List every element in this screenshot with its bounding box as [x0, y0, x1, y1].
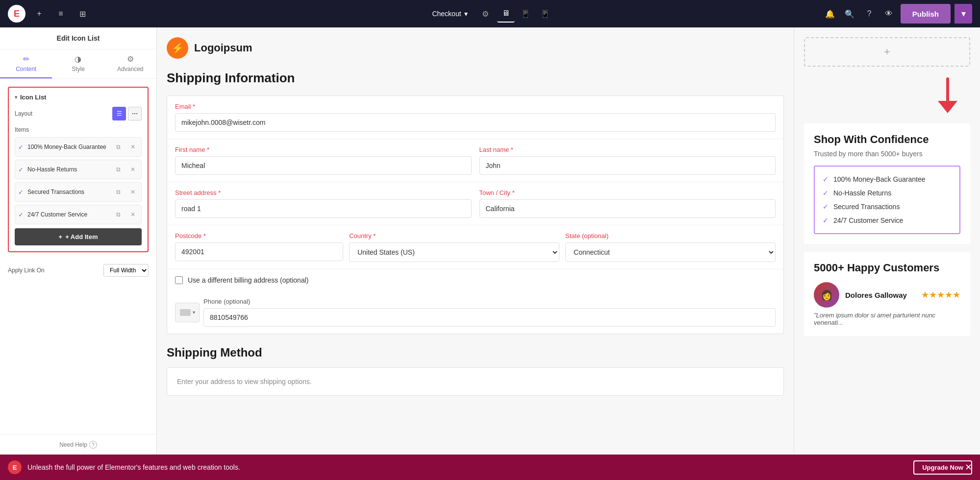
items-label: Items	[15, 126, 142, 133]
customer-name: Dolores Galloway	[845, 291, 907, 299]
tab-advanced[interactable]: ⚙ Advanced	[104, 49, 156, 78]
check-icon: ✓	[18, 211, 24, 218]
apply-link-select[interactable]: Full Width Icon Only Text Only	[103, 264, 149, 277]
phone-flag-dropdown[interactable]: ▾	[175, 303, 200, 322]
last-name-field: Last name *	[479, 146, 776, 175]
chevron-down-icon: ▾	[464, 10, 468, 18]
location-row: Postcode * Country * United States (US) …	[175, 232, 776, 262]
name-group: First name * Last name *	[167, 139, 783, 182]
customer-stars: ★★★★★	[921, 289, 960, 300]
topbar: E + ≡ ⊞ Checkout ▾ ⚙ 🖥 📱 📱 🔔 🔍 ? 👁 Publi…	[0, 0, 980, 27]
name-row: First name * Last name *	[175, 146, 776, 175]
notifications-btn[interactable]: 🔔	[822, 6, 838, 22]
add-element-btn[interactable]: +	[31, 6, 47, 22]
icon-list-items: ✓ 100% Money-Back Guarantee ⧉ ✕ ✓ No-Has…	[15, 137, 142, 224]
layout-list-btn[interactable]: ☰	[112, 107, 126, 120]
town-field: Town / City *	[479, 189, 776, 218]
confidence-item-2: ✓ No-Hassle Returns	[823, 186, 952, 200]
layout-inline-btn[interactable]: ⋯	[128, 107, 142, 120]
phone-input[interactable]	[203, 308, 776, 327]
shipping-form: Email * First name * Last name *	[167, 96, 784, 334]
first-name-input[interactable]	[175, 156, 472, 175]
confidence-subtitle: Trusted by more than 5000+ buyers	[814, 150, 960, 158]
street-input[interactable]	[175, 199, 472, 218]
street-field: Street address *	[175, 189, 472, 218]
copy-item-3-btn[interactable]: ⧉	[113, 187, 124, 197]
check-icon: ✓	[823, 175, 829, 183]
preview-btn[interactable]: 👁	[881, 6, 897, 22]
mobile-btn[interactable]: 📱	[536, 5, 554, 23]
help-icon[interactable]: ?	[89, 441, 97, 449]
check-icon: ✓	[823, 189, 829, 197]
publish-button[interactable]: Publish	[901, 4, 951, 24]
flag-chevron-icon: ▾	[193, 310, 195, 315]
publish-arrow-btn[interactable]: ▾	[955, 4, 972, 24]
banner-close-btn[interactable]: ✕	[965, 462, 972, 473]
icon-list-section: ▾ Icon List Layout ☰ ⋯ Items ✓ 100% Mone…	[8, 87, 149, 252]
layout-label: Layout	[15, 110, 32, 117]
phone-field: Phone (optional)	[203, 298, 776, 327]
checkout-dropdown[interactable]: Checkout ▾	[426, 7, 473, 21]
main-layout: Edit Icon List ✏ Content ◑ Style ⚙ Advan…	[0, 27, 980, 455]
style-tab-icon: ◑	[75, 54, 81, 64]
add-section-btn[interactable]: +	[804, 37, 970, 67]
desktop-btn[interactable]: 🖥	[497, 5, 515, 23]
first-name-field: First name *	[175, 146, 472, 175]
postcode-input[interactable]	[175, 242, 343, 261]
layout-row: Layout ☰ ⋯	[15, 107, 142, 120]
shipping-method-heading: Shipping Method	[167, 346, 784, 360]
check-icon: ✓	[18, 144, 24, 151]
state-select[interactable]: Connecticut	[565, 242, 776, 262]
confidence-item-3: ✓ Secured Transactions	[823, 200, 952, 214]
right-panel: + Shop With Confidence Trusted by more t…	[794, 27, 980, 455]
list-item: ✓ 100% Money-Back Guarantee ⧉ ✕	[15, 137, 142, 157]
help-btn[interactable]: ?	[861, 6, 877, 22]
chevron-icon: ▾	[15, 95, 17, 100]
tab-content[interactable]: ✏ Content	[0, 49, 52, 78]
customer-avatar: 👩	[814, 282, 839, 308]
delete-item-2-btn[interactable]: ✕	[127, 164, 138, 175]
elementor-logo[interactable]: E	[8, 5, 25, 23]
delete-item-4-btn[interactable]: ✕	[127, 209, 138, 220]
state-field: State (optional) Connecticut	[565, 232, 776, 262]
left-panel: Edit Icon List ✏ Content ◑ Style ⚙ Advan…	[0, 27, 157, 455]
check-icon: ✓	[823, 203, 829, 211]
banner-text: Unleash the full power of Elementor's fe…	[27, 463, 907, 471]
layers-btn[interactable]: ⊞	[75, 6, 90, 22]
town-label: Town / City *	[479, 189, 776, 196]
copy-item-4-btn[interactable]: ⧉	[113, 209, 124, 220]
device-toggle: 🖥 📱 📱	[497, 5, 554, 23]
copy-item-1-btn[interactable]: ⧉	[113, 142, 124, 152]
email-input[interactable]	[175, 113, 776, 132]
panel-title: Edit Icon List	[0, 27, 156, 49]
last-name-input[interactable]	[479, 156, 776, 175]
need-help: Need Help ?	[0, 434, 156, 455]
billing-checkbox[interactable]	[175, 276, 183, 284]
add-item-button[interactable]: + + Add Item	[15, 228, 142, 245]
settings-btn[interactable]: ≡	[53, 6, 69, 22]
copy-item-2-btn[interactable]: ⧉	[113, 164, 124, 175]
town-input[interactable]	[479, 199, 776, 218]
plus-icon: +	[59, 233, 63, 240]
first-name-label: First name *	[175, 146, 472, 153]
confidence-item-4: ✓ 24/7 Customer Service	[823, 214, 952, 227]
delete-item-3-btn[interactable]: ✕	[127, 187, 138, 197]
page-settings-btn[interactable]: ⚙	[477, 6, 493, 22]
confidence-list: ✓ 100% Money-Back Guarantee ✓ No-Hassle …	[814, 166, 960, 234]
delete-item-1-btn[interactable]: ✕	[127, 142, 138, 152]
search-btn[interactable]: 🔍	[842, 6, 857, 22]
upgrade-button[interactable]: Upgrade Now	[913, 460, 972, 475]
red-arrow	[804, 76, 970, 116]
tab-style[interactable]: ◑ Style	[52, 49, 104, 78]
bottom-banner: E Unleash the full power of Elementor's …	[0, 455, 980, 480]
tablet-btn[interactable]: 📱	[517, 5, 534, 23]
address-row: Street address * Town / City *	[175, 189, 776, 218]
content-tab-icon: ✏	[23, 54, 29, 64]
country-label: Country *	[349, 232, 559, 240]
country-select[interactable]: United States (US)	[349, 242, 559, 262]
section-title: ▾ Icon List	[15, 94, 142, 101]
state-label: State (optional)	[565, 232, 776, 240]
list-item: ✓ Secured Transactions ⧉ ✕	[15, 182, 142, 202]
postcode-field: Postcode *	[175, 232, 343, 262]
last-name-label: Last name *	[479, 146, 776, 153]
